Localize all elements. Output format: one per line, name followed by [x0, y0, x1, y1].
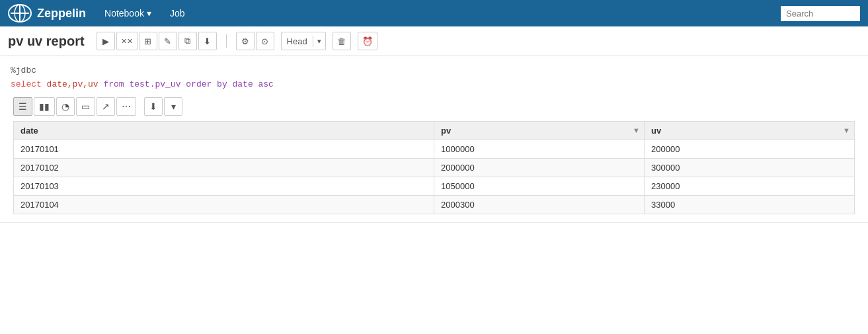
table-row: 201701011000000200000 [14, 140, 855, 158]
cell-area: %jdbc select date,pv,uv from test.pv_uv … [0, 56, 868, 223]
table-row: 20170104200030033000 [14, 195, 855, 214]
cell-uv: 33000 [645, 195, 855, 214]
settings-toolbar-group: ⚙ ⊙ [236, 32, 274, 50]
cell-uv: 200000 [645, 140, 855, 158]
code-orderby: order by date asc [180, 79, 273, 89]
toolbar-separator [226, 34, 227, 48]
code-columns: date,pv,uv [42, 79, 99, 89]
navbar-menu: Notebook ▾ Job [97, 4, 193, 22]
viz-table-button[interactable]: ☰ [13, 97, 32, 116]
table-row: 201701022000000300000 [14, 158, 855, 177]
notebook-dropdown-icon: ▾ [147, 8, 151, 19]
cell-pv: 2000000 [434, 158, 645, 177]
stop-button[interactable]: ✕✕ [116, 32, 138, 50]
code-line-2: select date,pv,uv from test.pv_uv order … [11, 78, 857, 92]
cell-date: 20170101 [14, 140, 434, 158]
cell-date: 20170102 [14, 158, 434, 177]
data-table: date pv ▼ uv ▼ 2017010110000002000002017… [13, 121, 855, 214]
data-table-container: date pv ▼ uv ▼ 2017010110000002000002017… [11, 121, 857, 214]
page-title: pv uv report [8, 34, 85, 49]
cell-date: 20170103 [14, 177, 434, 195]
cell-pv: 2000300 [434, 195, 645, 214]
code-editor[interactable]: %jdbc select date,pv,uv from test.pv_uv … [11, 64, 857, 92]
brand-logo-link[interactable]: Zeppelin [8, 4, 86, 22]
head-dropdown[interactable]: Head ▾ [281, 32, 326, 50]
zeppelin-logo-icon [8, 4, 32, 22]
clock-button[interactable]: ⊙ [256, 32, 274, 50]
viz-settings-button[interactable]: ▾ [164, 97, 182, 116]
code-from: from [99, 79, 124, 89]
head-dropdown-label: Head [282, 35, 313, 48]
table-body: 2017010110000002000002017010220000003000… [14, 140, 855, 214]
brand-name: Zeppelin [37, 7, 86, 21]
note-toolbar-group: ▶ ✕✕ ⊞ ✎ ⧉ ⬇ [97, 32, 217, 50]
table-header: date pv ▼ uv ▼ [14, 121, 855, 140]
viz-toolbar: ☰ ▮▮ ◔ ▭ ↗ ⋯ ⬇ ▾ [11, 92, 857, 121]
cell-pv: 1050000 [434, 177, 645, 195]
navbar-job[interactable]: Job [162, 4, 193, 22]
col-header-pv: pv ▼ [434, 121, 645, 140]
delete-button[interactable]: 🗑 [333, 32, 351, 50]
cell-pv: 1000000 [434, 140, 645, 158]
cell-uv: 230000 [645, 177, 855, 195]
viz-line-button[interactable]: ↗ [97, 97, 115, 116]
page-titlebar: pv uv report ▶ ✕✕ ⊞ ✎ ⧉ ⬇ ⚙ ⊙ Head ▾ 🗑 ⏰ [0, 26, 868, 56]
viz-scatter-button[interactable]: ⋯ [116, 97, 136, 116]
code-table: test.pv_uv [124, 79, 181, 89]
viz-pie-button[interactable]: ◔ [56, 97, 75, 116]
edit-button[interactable]: ✎ [159, 32, 177, 50]
code-select-keyword: select [11, 79, 42, 89]
navbar: Zeppelin Notebook ▾ Job [0, 0, 868, 26]
uv-filter-icon[interactable]: ▼ [843, 126, 850, 134]
table-row: 201701031050000230000 [14, 177, 855, 195]
head-dropdown-arrow-icon: ▾ [313, 36, 325, 47]
code-magic: %jdbc [11, 65, 36, 75]
col-header-uv: uv ▼ [645, 121, 855, 140]
col-header-date: date [14, 121, 434, 140]
paragraph-button[interactable]: ⊞ [139, 32, 157, 50]
cell-date: 20170104 [14, 195, 434, 214]
search-input[interactable] [781, 6, 860, 21]
schedule-button[interactable]: ⏰ [358, 32, 377, 50]
pv-filter-icon[interactable]: ▼ [633, 126, 640, 134]
viz-bar-button[interactable]: ▮▮ [34, 97, 55, 116]
viz-area-button[interactable]: ▭ [76, 97, 95, 116]
viz-download-button[interactable]: ⬇ [144, 97, 163, 116]
settings-button[interactable]: ⚙ [236, 32, 255, 50]
cell-uv: 300000 [645, 158, 855, 177]
copy-button[interactable]: ⧉ [178, 32, 197, 50]
export-button[interactable]: ⬇ [198, 32, 217, 50]
run-button[interactable]: ▶ [97, 32, 115, 50]
navbar-notebook[interactable]: Notebook ▾ [97, 4, 159, 22]
code-line-1: %jdbc [11, 64, 857, 78]
